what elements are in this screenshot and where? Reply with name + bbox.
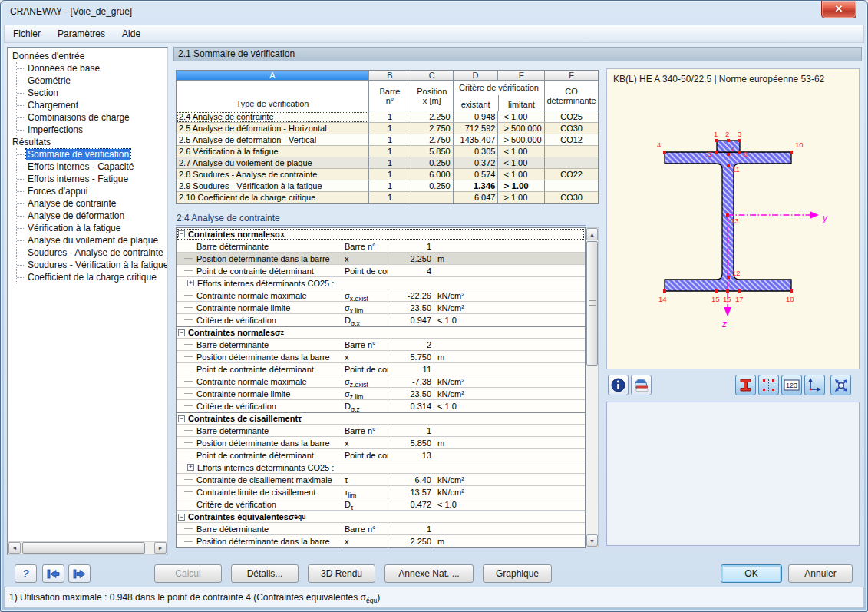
stress-points-button[interactable] (758, 375, 779, 395)
scroll-down-arrow[interactable]: ▼ (586, 534, 598, 547)
sidebar-item-combinaisons-de-charge[interactable]: Combinaisons de charge (17, 111, 167, 124)
detail-group-row[interactable]: −Contraintes normales σx (177, 228, 585, 240)
sidebar-item-analyse-du-voilement-de-plaque[interactable]: Analyse du voilement de plaque (17, 234, 167, 246)
stress-point-4[interactable] (663, 151, 666, 154)
detail-row[interactable]: Contrainte normale maximaleσx,exist-22.2… (177, 289, 585, 302)
stress-point-1[interactable] (715, 139, 718, 142)
detail-row[interactable]: Critère de vérificationDσ,x0.947< 1.0 (177, 314, 585, 326)
stress-point-13[interactable] (726, 213, 729, 217)
scroll-right-arrow[interactable]: ► (154, 542, 167, 554)
sidebar-item-efforts-internes-fatigue[interactable]: Efforts internes - Fatigue (17, 173, 167, 185)
detail-row[interactable]: Contrainte de cisaillement maximaleτ6.40… (177, 474, 585, 486)
summary-row[interactable]: 2.8 Soudures - Analyse de contrainte16.0… (177, 169, 598, 180)
detail-row[interactable]: Critère de vérificationDτ0.472< 1.0 (177, 498, 585, 511)
stress-point-5[interactable] (715, 151, 718, 154)
sidebar-item-forces-d-appui[interactable]: Forces d'appui (17, 185, 167, 197)
menu-item-aide[interactable]: Aide (114, 25, 149, 42)
annexe-nat-button[interactable]: Annexe Nat. ... (384, 564, 474, 583)
horizontal-scrollbar-thumb[interactable] (22, 542, 145, 554)
expand-icon[interactable]: + (187, 280, 194, 286)
stress-point-16[interactable] (726, 289, 729, 293)
detail-row[interactable]: Barre déterminanteBarre n°1 (177, 425, 585, 437)
detail-row[interactable]: Critère de vérificationDσ,z0.314< 1.0 (177, 400, 585, 412)
collapse-icon[interactable]: − (178, 514, 185, 521)
calcul-button[interactable]: Calcul (154, 564, 222, 583)
sidebar-item-donn-es-de-base[interactable]: Données de base (17, 62, 167, 74)
menu-item-fichier[interactable]: Fichier (5, 25, 49, 42)
menu-item-param-tres[interactable]: Paramètres (49, 25, 114, 42)
detail-row[interactable]: Position déterminante dans la barrex5.85… (177, 437, 585, 449)
section-profile-button[interactable] (735, 375, 756, 395)
previous-screen-button[interactable] (42, 564, 64, 583)
summary-row[interactable]: 2.5 Analyse de déformation - Vertical12.… (177, 134, 598, 146)
info-button[interactable] (608, 375, 629, 395)
detail-row[interactable]: Point de contrainte déterminantPoint de … (177, 449, 585, 461)
next-screen-button[interactable] (68, 564, 91, 583)
detail-expand-row[interactable]: +Efforts internes déterminants CO25 : (177, 277, 585, 289)
rendu-3d-button[interactable]: 3D Rendu (308, 564, 375, 583)
detail-vertical-scrollbar[interactable]: ▲ ▼ (586, 227, 599, 547)
detail-group-row[interactable]: −Contraintes normales σz (177, 326, 585, 339)
column-letter-c[interactable]: C (411, 71, 454, 81)
detail-row[interactable]: Contrainte normale limiteσx,lim23.50kN/c… (177, 302, 585, 314)
summary-row[interactable]: 2.5 Analyse de déformation - Horizontal1… (177, 123, 598, 134)
sidebar-item-sommaire-de-v-rification[interactable]: Sommaire de vérification (17, 148, 167, 160)
stress-point-7[interactable] (727, 153, 730, 156)
summary-row[interactable]: 2.10 Coefficient de la charge critique16… (177, 192, 598, 203)
zoom-reset-button[interactable] (830, 375, 851, 395)
graphique-button[interactable]: Graphique (483, 564, 552, 583)
detail-row[interactable]: Position déterminante dans la barrex5.75… (177, 351, 585, 363)
column-letter-d[interactable]: D (454, 71, 499, 81)
sidebar-item-section[interactable]: Section (17, 87, 167, 99)
column-letter-f[interactable]: F (545, 71, 598, 81)
details-button[interactable]: Détails... (231, 564, 299, 583)
axes-button[interactable] (804, 375, 825, 395)
detail-group-row[interactable]: −Contraintes de cisaillement τ (177, 412, 585, 425)
sidebar-horizontal-scrollbar[interactable]: ◄ ► (8, 541, 167, 554)
collapse-icon[interactable]: − (178, 415, 185, 422)
summary-row[interactable]: 2.9 Soudures - Vérification à la fatigue… (177, 180, 598, 192)
stress-point-14[interactable] (663, 289, 666, 293)
display-properties-button[interactable] (631, 375, 652, 395)
detail-row[interactable]: Contrainte limite de cisaillementτlim13.… (177, 486, 585, 498)
detail-row[interactable]: Barre déterminanteBarre n°1 (177, 523, 585, 535)
column-letter-b[interactable]: B (369, 71, 411, 81)
stress-point-3[interactable] (738, 139, 741, 142)
sidebar-item-g-om-trie[interactable]: Géométrie (17, 74, 167, 87)
summary-row[interactable]: 2.6 Vérification à la fatigue15.8500.305… (177, 146, 598, 157)
annuler-button[interactable]: Annuler (788, 564, 853, 583)
summary-row[interactable]: 2.4 Analyse de contrainte12.2500.948< 1.… (177, 111, 598, 123)
scroll-left-arrow[interactable]: ◄ (8, 542, 21, 554)
detail-group-row[interactable]: −Contraintes équivalentes σéqu (177, 511, 585, 523)
detail-row[interactable]: Contrainte normale limiteσz,lim23.50kN/c… (177, 388, 585, 400)
detail-row[interactable]: Point de contrainte déterminantPoint de … (177, 363, 585, 375)
summary-row[interactable]: 2.7 Analyse du voilement de plaque10.250… (177, 157, 598, 169)
detail-row[interactable]: Point de contrainte déterminantPoint de … (177, 265, 585, 277)
sidebar-item-coefficient-de-la-charge-critique[interactable]: Coefficient de la charge critique (17, 271, 167, 283)
stress-point-2[interactable] (727, 139, 730, 142)
detail-row[interactable]: Position déterminante dans la barrex2.25… (177, 535, 585, 547)
sidebar-item-analyse-de-contrainte[interactable]: Analyse de contrainte (17, 197, 167, 210)
stress-point-17[interactable] (738, 289, 741, 293)
vertical-scrollbar-thumb[interactable] (586, 241, 598, 366)
stress-point-12[interactable] (727, 276, 730, 279)
collapse-icon[interactable]: − (178, 329, 185, 336)
detail-expand-row[interactable]: +Efforts internes déterminants CO25 : (177, 461, 585, 474)
expand-icon[interactable]: + (187, 464, 194, 471)
sidebar-item-v-rification-la-fatigue[interactable]: Vérification à la fatigue (17, 222, 167, 234)
help-button[interactable]: ? (15, 564, 37, 583)
detail-row[interactable]: Barre déterminanteBarre n°2 (177, 339, 585, 351)
column-letter-a[interactable]: A (177, 71, 369, 81)
stress-point-18[interactable] (790, 289, 793, 293)
stress-point-11[interactable] (727, 164, 730, 167)
sidebar-item-imperfections[interactable]: Imperfections (17, 124, 167, 136)
detail-row[interactable]: Barre déterminanteBarre n°1 (177, 240, 585, 253)
ok-button[interactable]: OK (721, 564, 782, 583)
stress-point-10[interactable] (790, 151, 793, 154)
scroll-up-arrow[interactable]: ▲ (586, 228, 598, 240)
sidebar-item-soudures-analyse-de-contrainte[interactable]: Soudures - Analyse de contrainte (17, 246, 167, 259)
sidebar-item-soudures-v-rification-la-fatigue[interactable]: Soudures - Vérification à la fatigue (17, 259, 167, 271)
sidebar-item-analyse-de-d-formation[interactable]: Analyse de déformation (17, 210, 167, 222)
detail-row[interactable]: Contrainte normale maximaleσz,exist-7.38… (177, 375, 585, 388)
numbering-button[interactable]: 123 (781, 375, 802, 395)
